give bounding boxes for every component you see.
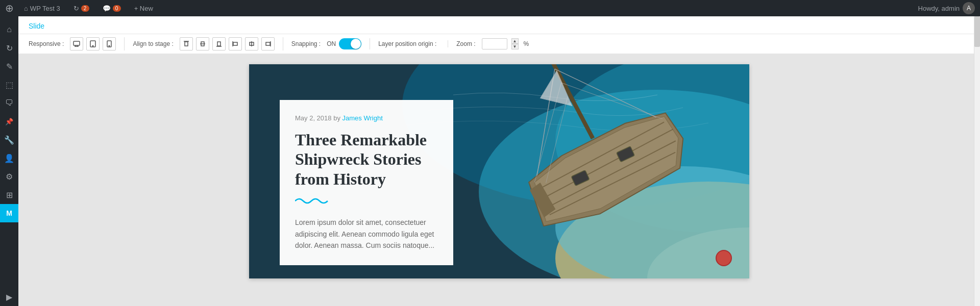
align-middle-btn[interactable] bbox=[196, 37, 209, 50]
content-card: May 2, 2018 by James Wright Three Remark… bbox=[280, 100, 453, 265]
main-wrapper: Slide Responsive : bbox=[18, 16, 980, 306]
right-scrollbar[interactable] bbox=[974, 16, 980, 306]
post-title: Three Remarkable Shipwreck Stories from … bbox=[295, 130, 438, 189]
comments-item[interactable]: 💬 0 bbox=[100, 0, 124, 16]
sidebar-master-slider-icon[interactable]: M bbox=[0, 204, 18, 222]
snapping-group: Snapping : ON bbox=[291, 38, 370, 49]
svg-rect-15 bbox=[233, 42, 237, 45]
wave-divider bbox=[295, 196, 438, 209]
left-sidebar: ⌂ ↻ ✎ ⬚ 🗨 📌 🔧 👤 ⚙ ⊞ M ▶ bbox=[0, 16, 18, 306]
snapping-toggle[interactable] bbox=[339, 38, 361, 49]
desktop-btn[interactable] bbox=[70, 37, 83, 50]
sidebar-layers-icon[interactable]: ⬚ bbox=[0, 75, 18, 94]
responsive-label: Responsive : bbox=[29, 40, 64, 47]
sidebar-comments-icon[interactable]: ✎ bbox=[0, 57, 18, 75]
home-icon: ⌂ bbox=[24, 5, 28, 12]
svg-rect-19 bbox=[266, 42, 270, 45]
svg-rect-13 bbox=[217, 42, 220, 46]
zoom-spinners: ▲ ▼ bbox=[511, 38, 519, 49]
sidebar-pen-icon[interactable]: 🗨 bbox=[0, 94, 18, 112]
align-right-btn[interactable] bbox=[261, 37, 275, 50]
post-date: May 2, 2018 by bbox=[295, 114, 340, 122]
align-left-btn[interactable] bbox=[229, 37, 242, 50]
comments-count: 0 bbox=[113, 5, 121, 12]
zoom-percent: % bbox=[524, 40, 529, 47]
toggle-knob bbox=[351, 39, 361, 49]
align-center-btn[interactable] bbox=[245, 37, 258, 50]
zoom-up-arrow[interactable]: ▲ bbox=[511, 38, 519, 44]
sidebar-settings-icon[interactable]: ⚙ bbox=[0, 167, 18, 186]
sidebar-home-icon[interactable]: ⌂ bbox=[0, 20, 18, 39]
sidebar-grid-icon[interactable]: ⊞ bbox=[0, 186, 18, 204]
sidebar-user-icon[interactable]: 👤 bbox=[0, 149, 18, 167]
align-label: Align to stage : bbox=[133, 40, 173, 47]
sidebar-updates-icon[interactable]: ↻ bbox=[0, 39, 18, 57]
updates-item[interactable]: ↻ 2 bbox=[70, 0, 92, 16]
scrollbar-thumb[interactable] bbox=[974, 16, 980, 47]
responsive-group: Responsive : bbox=[29, 37, 125, 50]
sidebar-wrench-icon[interactable]: 🔧 bbox=[0, 131, 18, 149]
layer-origin-group: Layer position origin : bbox=[378, 40, 448, 47]
post-excerpt: Lorem ipsum dolor sit amet, consectetuer… bbox=[295, 217, 438, 251]
canvas-area: May 2, 2018 by James Wright Three Remark… bbox=[18, 54, 980, 306]
howdy-text: Howdy, admin bbox=[918, 5, 960, 12]
align-bottom-btn[interactable] bbox=[212, 37, 226, 50]
howdy-section[interactable]: Howdy, admin A bbox=[918, 2, 975, 14]
toolbar: Responsive : bbox=[18, 34, 980, 54]
svg-rect-9 bbox=[185, 42, 188, 46]
site-name-item[interactable]: ⌂ WP Test 3 bbox=[21, 0, 63, 16]
snapping-toggle-container: ON bbox=[327, 38, 361, 49]
snapping-label: Snapping : bbox=[291, 40, 321, 47]
zoom-down-arrow[interactable]: ▼ bbox=[511, 44, 519, 49]
new-label: + New bbox=[134, 5, 153, 12]
slide-label[interactable]: Slide bbox=[29, 22, 44, 30]
snapping-on-label: ON bbox=[327, 40, 336, 47]
align-top-btn[interactable] bbox=[180, 37, 193, 50]
zoom-label: Zoom : bbox=[456, 40, 475, 47]
admin-bar: ⊕ ⌂ WP Test 3 ↻ 2 💬 0 + New Howdy, admin… bbox=[0, 0, 980, 16]
site-name-label: WP Test 3 bbox=[30, 5, 60, 12]
zoom-input[interactable]: 100 bbox=[482, 38, 507, 49]
author-link[interactable]: James Wright bbox=[342, 114, 383, 122]
post-meta: May 2, 2018 by James Wright bbox=[295, 114, 438, 122]
comments-icon: 💬 bbox=[103, 5, 111, 12]
new-item[interactable]: + New bbox=[131, 0, 156, 16]
updates-count: 2 bbox=[81, 5, 89, 12]
slide-header: Slide bbox=[18, 16, 980, 34]
sidebar-play-icon[interactable]: ▶ bbox=[0, 288, 18, 306]
mobile-btn[interactable] bbox=[103, 37, 116, 50]
svg-point-5 bbox=[93, 45, 94, 46]
align-group: Align to stage : bbox=[133, 37, 283, 50]
svg-rect-0 bbox=[74, 41, 80, 45]
updates-icon: ↻ bbox=[74, 5, 79, 12]
slide-canvas: May 2, 2018 by James Wright Three Remark… bbox=[249, 64, 749, 278]
wp-logo-icon[interactable]: ⊕ bbox=[5, 2, 14, 14]
layer-origin-label: Layer position origin : bbox=[378, 40, 436, 47]
zoom-group: Zoom : 100 ▲ ▼ % bbox=[456, 38, 537, 49]
avatar: A bbox=[963, 2, 975, 14]
svg-point-39 bbox=[716, 250, 731, 266]
svg-point-7 bbox=[109, 45, 110, 46]
tablet-btn[interactable] bbox=[86, 37, 100, 50]
sidebar-pin-icon[interactable]: 📌 bbox=[0, 112, 18, 131]
